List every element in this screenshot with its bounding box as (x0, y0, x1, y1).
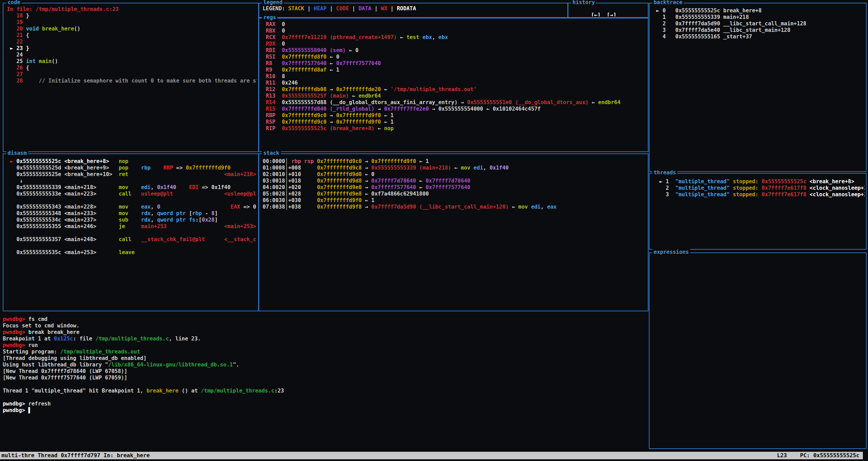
registers-panel: regs RAX 0 RBX 0 RCX 0x7ffff7e11219 (pth… (259, 18, 649, 152)
status-bar-right: L23 PC: 0x55555555525c (777, 452, 859, 459)
code-line: 28 // Initialize semaphore with count 0 … (7, 78, 257, 84)
console-line[interactable] (3, 394, 646, 401)
register-row: R14 0x555555557d88 (__do_global_dtors_au… (263, 99, 646, 106)
disasm-row (7, 230, 257, 236)
disassembly-panel: disasm ► 0x55555555525c <break_here+8> n… (3, 153, 259, 311)
console-line[interactable]: Starting program: /tmp/multiple_threads.… (3, 349, 646, 355)
code-panel-title: code (6, 0, 22, 6)
thread-row: 2 "multiple_thread" stopped: 0x7ffff7e61… (653, 185, 865, 191)
console-line[interactable]: pwndbg> fs cmd (3, 316, 646, 323)
pwndbg-terminal: code In file: /tmp/multiple_threads.c:23… (0, 0, 868, 461)
gdb-console[interactable]: pwndbg> fs cmdFocus set to cmd window.pw… (3, 313, 646, 449)
history-back-button[interactable]: [←] (591, 12, 601, 16)
register-row: RDI 0x555555558040 (sem) ← 0 (263, 47, 646, 54)
disasm-row: 0x55555555535c <main+253> leave (7, 249, 257, 256)
code-line: 18 } (7, 13, 257, 19)
console-line[interactable]: pwndbg> run (3, 342, 646, 349)
code-line: 24 (7, 52, 257, 58)
thread-row: ► 1 "multiple_thread" stopped: 0x5555555… (653, 178, 865, 185)
register-row: R9 0x7fffffffd8af ← 1 (263, 67, 646, 73)
disasm-row: 0x55555555525d <break_here+9> pop rbp RB… (7, 165, 257, 171)
disasm-row: 0x555555555339 <main+218> mov edi, 0x1f4… (7, 184, 257, 191)
console-line[interactable]: Using host libthread_db library "/lib/x8… (3, 362, 646, 368)
console-line[interactable]: pwndbg> break break_here (3, 329, 646, 336)
disasm-row-right: <main+253> (224, 223, 256, 230)
register-row: RBX 0 (263, 28, 646, 34)
disasm-row (7, 197, 257, 204)
backtrace-panel-title: backtrace (652, 0, 684, 6)
disasm-row: 0x55555555533e <main+223> call usleep@pl… (7, 191, 257, 197)
disasm-row: 0x55555555525e <break_here+10> ret<main+… (7, 171, 257, 178)
stack-row: 01:0008│+008 0x7fffffffd9c8 → 0x55555555… (263, 165, 646, 171)
stack-row: 06:0030│+030 0x7fffffffd9f0 ← 1 (263, 197, 646, 204)
console-line[interactable]: Focus set to cmd window. (3, 323, 646, 329)
console-line[interactable]: pwndbg> refresh (3, 401, 646, 407)
register-list: RAX 0 RBX 0 RCX 0x7ffff7e11219 (pthread_… (263, 21, 646, 151)
stack-row: 07:0038│+038 0x7fffffffd9f8 → 0x7ffff7da… (263, 204, 646, 210)
disassembly-panel-title: disasm (6, 150, 28, 157)
console-line[interactable]: Breakpoint 1 at 0x125c: file /tmp/multip… (3, 336, 646, 342)
register-row: R15 0x7ffff7ffd040 (_rtld_global) → 0x7f… (263, 106, 646, 112)
history-forward-button[interactable]: [→] (607, 12, 616, 16)
register-row: R8 0x7ffff7577640 ← 0x7ffff7577640 (263, 60, 646, 67)
console-line[interactable] (3, 381, 646, 388)
console-output[interactable]: pwndbg> fs cmdFocus set to cmd window.pw… (3, 316, 646, 449)
register-row: RDX 0 (263, 41, 646, 47)
register-row: R13 0x55555555525f (main) ← endbr64 (263, 93, 646, 99)
console-line[interactable]: Thread 1 "multiple_thread" hit Breakpoin… (3, 388, 646, 394)
register-row: R11 0x246 (263, 80, 646, 86)
register-row: RBP 0x7fffffffd9c0 → 0x7fffffffd9f0 ← 1 (263, 112, 646, 119)
code-line: 22 (7, 39, 257, 45)
disasm-row-right: EAX => 0 (230, 204, 256, 210)
disasm-row: 0x555555555348 <main+233> mov rdx, qword… (7, 210, 257, 217)
threads-list: ► 1 "multiple_thread" stopped: 0x5555555… (653, 178, 865, 248)
disasm-row: 0x555555555343 <main+228> mov eax, 0EAX … (7, 204, 257, 210)
thread-row: 3 "multiple_thread" stopped: 0x7ffff7e61… (653, 191, 865, 198)
legend-panel: legend LEGEND: STACK | HEAP | CODE | DAT… (259, 3, 568, 18)
registers-panel-title: regs (262, 14, 277, 21)
code-line: 21 { (7, 32, 257, 39)
disasm-row-right: <main+218> (224, 171, 256, 178)
backtrace-row: 3 0x7ffff7da5e40 __libc_start_main+128 (653, 27, 865, 34)
code-panel: code In file: /tmp/multiple_threads.c:23… (3, 3, 259, 152)
code-line: ► 23 } (7, 45, 257, 52)
backtrace-panel: backtrace ► 0 0x55555555525c break_here+… (649, 3, 867, 172)
threads-panel: threads ► 1 "multiple_thread" stopped: 0… (649, 173, 867, 250)
console-line[interactable]: pwndbg> ▌ (3, 407, 646, 414)
register-row: RSP 0x7fffffffd9c0 → 0x7fffffffd9f0 ← 1 (263, 119, 646, 125)
legend-line: LEGEND: STACK | HEAP | CODE | DATA | WX … (263, 5, 566, 12)
stack-row: 00:0000│ rbp rsp 0x7fffffffd9c0 → 0x7fff… (263, 158, 646, 165)
console-line[interactable]: [New Thread 0x7ffff7d78640 (LWP 67058)] (3, 368, 646, 375)
disasm-row: 0x555555555355 <main+246> je main+253<ma… (7, 223, 257, 230)
status-bar-left: multi-thre Thread 0x7ffff7d797 In: break… (1, 452, 150, 459)
code-line: 19 (7, 19, 257, 26)
stack-row: 03:0018│+018 0x7fffffffd9d8 → 0x7ffff7d7… (263, 178, 646, 184)
status-bar: multi-thre Thread 0x7ffff7d797 In: break… (0, 452, 863, 459)
expressions-panel: expressions (649, 252, 867, 449)
code-line: 26 { (7, 65, 257, 71)
backtrace-row: 1 0x555555555339 main+218 (653, 14, 865, 21)
disasm-row (7, 243, 257, 249)
code-source: In file: /tmp/multiple_threads.c:23 18 }… (7, 6, 257, 151)
history-panel: history [←][→] (568, 3, 649, 18)
expressions-list (653, 256, 865, 448)
stack-list: 00:0000│ rbp rsp 0x7fffffffd9c0 → 0x7fff… (263, 158, 646, 310)
register-row: R10 8 (263, 73, 646, 80)
disasm-row: 0x555555555357 <main+248> call __stack_c… (7, 236, 257, 243)
disassembly-list: ► 0x55555555525c <break_here+8> nop 0x55… (7, 158, 257, 310)
register-row: RIP 0x55555555525c (break_here+8) ← nop (263, 125, 646, 132)
stack-row: 04:0020│+020 0x7fffffffd9e0 → 0x7ffff757… (263, 184, 646, 191)
register-row: RAX 0 (263, 21, 646, 28)
console-line[interactable]: [Thread debugging using libthread_db ena… (3, 355, 646, 362)
legend-panel-title: legend (262, 0, 284, 6)
register-row: RSI 0x7fffffffd8f0 ← 0 (263, 54, 646, 60)
disasm-row-right: <__stack_c (224, 236, 256, 243)
console-line[interactable]: [New Thread 0x7ffff7577640 (LWP 67059)] (3, 375, 646, 381)
register-row: RCX 0x7ffff7e11219 (pthread_create+1497)… (263, 34, 646, 41)
history-panel-title: history (571, 0, 596, 6)
disasm-row: ► 0x55555555525c <break_here+8> nop (7, 158, 257, 165)
stack-row: 02:0010│+010 0x7fffffffd9d0 ← 0 (263, 171, 646, 178)
stack-panel: stack 00:0000│ rbp rsp 0x7fffffffd9c0 → … (259, 153, 649, 311)
threads-panel-title: threads (652, 170, 677, 176)
disasm-row-right: <usleep@pl (224, 191, 256, 197)
